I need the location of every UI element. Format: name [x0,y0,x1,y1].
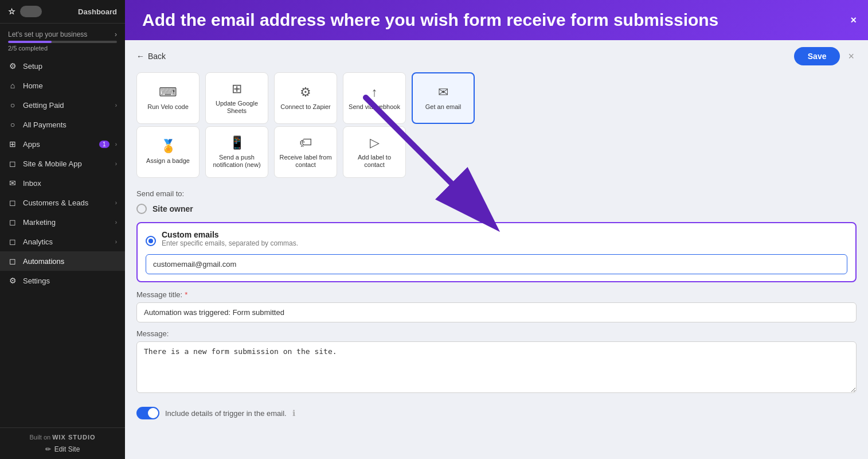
nav-all-payments[interactable]: ○ All Payments [0,115,125,134]
nav-label-customers-leads: Customers & Leads [23,199,110,207]
back-button[interactable]: ← Back [136,52,166,61]
card-label-add-label: Add label to contact [348,154,401,169]
edit-icon: ✏ [45,445,51,453]
include-details-toggle[interactable] [136,407,159,419]
setup-progress-section: Let's set up your business › 2/5 complet… [0,24,125,56]
star-icon: ☆ [8,7,15,16]
nav-label-analytics: Analytics [23,238,110,246]
nav-automations[interactable]: ◻ Automations [0,251,125,271]
action-card-connect-zapier[interactable]: ⚙ Connect to Zapier [274,72,337,124]
chevron-right-icon-2: › [115,141,117,147]
action-card-add-label[interactable]: ▷ Add label to contact [343,126,406,178]
nav-setup[interactable]: ⚙ Setup [0,56,125,76]
action-card-run-velo[interactable]: ⌨ Run Velo code [136,72,200,124]
back-label: Back [148,52,166,61]
sidebar: ☆ Dashboard Let's set up your business ›… [0,0,125,459]
edit-site-button[interactable]: ✏ Edit Site [8,445,117,453]
nav-label-marketing: Marketing [23,218,110,227]
close-panel-button[interactable]: × [846,48,857,65]
velo-icon: ⌨ [159,85,177,100]
apps-badge: 1 [99,141,110,148]
webhook-icon: ↑ [372,85,378,100]
nav-label-apps: Apps [23,140,93,149]
card-label-assign-badge: Assign a badge [146,157,190,165]
inbox-icon: ✉ [8,178,17,188]
chevron-right-icon-4: › [115,200,117,206]
message-textarea[interactable]: There is a new form submission on the si… [136,341,857,393]
card-label-receive-label: Receive label from contact [279,154,332,169]
nav-settings[interactable]: ⚙ Settings [0,271,125,290]
nav-apps[interactable]: ⊞ Apps 1 › [0,134,125,154]
action-card-assign-badge[interactable]: 🏅 Assign a badge [136,126,200,178]
card-label-send-webhook: Send via webhook [349,103,400,111]
action-card-update-google[interactable]: ⊞ Update Google Sheets [205,72,268,124]
zapier-icon: ⚙ [300,85,311,100]
email-icon: ✉ [438,85,448,100]
chevron-right-icon: › [115,102,117,108]
analytics-icon: ◻ [8,237,17,246]
nav-site-mobile[interactable]: ◻ Site & Mobile App › [0,154,125,173]
site-owner-radio[interactable]: Site owner [136,204,857,214]
receive-label-icon: 🏷 [299,135,312,150]
action-card-receive-label[interactable]: 🏷 Receive label from contact [274,126,337,178]
progress-bar-bg [8,41,117,43]
banner-text: Add the email address where you wish for… [142,10,718,30]
custom-email-input[interactable] [146,254,847,274]
marketing-icon: ◻ [8,217,17,227]
nav-label-getting-paid: Getting Paid [23,101,110,110]
nav-label-home: Home [23,81,117,90]
chevron-right-icon-3: › [115,161,117,167]
nav-label-site-mobile: Site & Mobile App [23,160,110,168]
message-title-label: Message title: * [136,290,857,299]
site-owner-label: Site owner [153,204,193,213]
getting-paid-icon: ○ [8,100,17,110]
include-details-label: Include details of trigger in the email. [165,409,287,418]
card-label-get-email: Get an email [425,103,461,111]
nav-label-inbox: Inbox [23,179,117,188]
card-label-update-google: Update Google Sheets [210,100,263,115]
message-label: Message: [136,329,857,338]
setup-icon: ⚙ [8,61,17,71]
banner-close-button[interactable]: × [850,14,857,26]
action-card-send-push[interactable]: 📱 Send a push notification (new) [205,126,268,178]
save-button[interactable]: Save [794,47,840,65]
progress-bar-fill [8,41,52,43]
chevron-right-icon-5: › [115,219,117,225]
home-icon: ⌂ [8,81,17,90]
action-card-send-webhook[interactable]: ↑ Send via webhook [343,72,406,124]
customers-icon: ◻ [8,198,17,207]
edit-site-label: Edit Site [54,445,80,453]
chevron-right-icon-6: › [115,239,117,245]
automations-icon: ◻ [8,256,17,266]
sidebar-title: Dashboard [78,7,117,16]
action-card-get-email[interactable]: ✉ Get an email [412,72,475,124]
nav-customers-leads[interactable]: ◻ Customers & Leads › [0,193,125,212]
nav-label-setup: Setup [23,62,117,71]
add-label-icon: ▷ [370,135,380,150]
sidebar-toggle[interactable] [20,6,42,17]
main-area: Add the email address where you wish for… [125,0,868,459]
custom-emails-radio-circle[interactable] [146,236,156,246]
expand-icon[interactable]: › [115,30,117,38]
include-details-row: Include details of trigger in the email.… [136,402,857,424]
message-title-input[interactable] [136,302,857,322]
push-icon: 📱 [229,135,245,150]
nav-analytics[interactable]: ◻ Analytics › [0,232,125,251]
progress-text: 2/5 completed [8,45,117,52]
custom-emails-title: Custom emails [162,230,298,239]
form-section: Send email to: Site owner Custom emails … [125,184,868,430]
nav-home[interactable]: ⌂ Home [0,76,125,95]
content-panel: ← Back Save × ⌨ Run Velo code ⊞ Update G… [125,40,868,459]
nav-label-settings: Settings [23,277,117,285]
card-label-connect-zapier: Connect to Zapier [280,103,330,111]
setup-title-text: Let's set up your business [8,30,87,38]
message-field-group: Message: There is a new form submission … [136,329,857,395]
info-icon[interactable]: ℹ [292,409,295,418]
action-cards-grid: ⌨ Run Velo code ⊞ Update Google Sheets ⚙… [125,72,868,126]
nav-marketing[interactable]: ◻ Marketing › [0,212,125,232]
nav-getting-paid[interactable]: ○ Getting Paid › [0,95,125,115]
nav-inbox[interactable]: ✉ Inbox [0,173,125,193]
message-title-field-group: Message title: * [136,290,857,322]
custom-emails-box: Custom emails Enter specific emails, sep… [136,222,857,282]
badge-icon: 🏅 [161,139,176,154]
